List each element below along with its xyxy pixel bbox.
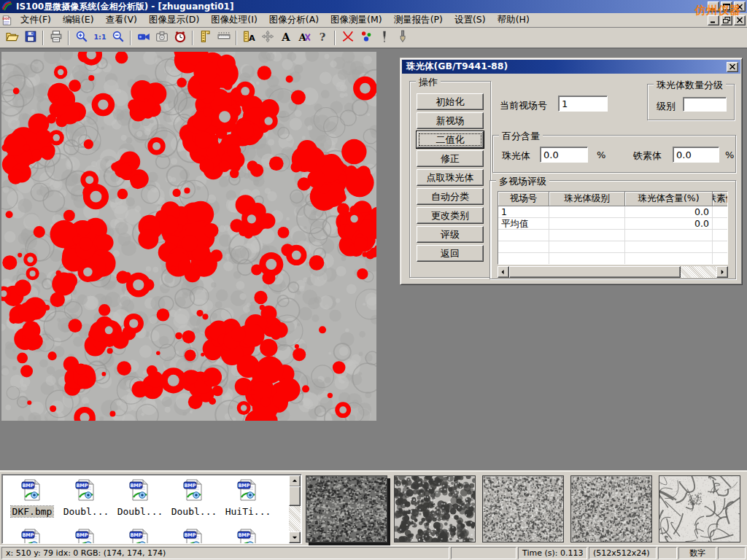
file-item[interactable]: BMP <box>113 528 167 544</box>
file-item[interactable]: BMP <box>5 528 59 544</box>
menu-item-7[interactable]: 图像测量(M) <box>325 12 388 28</box>
close-button[interactable] <box>734 1 746 12</box>
toolbar-camera-button[interactable] <box>152 29 171 47</box>
operation-button-1[interactable]: 初始化 <box>417 93 484 110</box>
file-item[interactable]: BMPDoubl... <box>167 478 221 517</box>
table-hscrollbar <box>498 266 728 278</box>
table-column-header[interactable]: 珠光体级别 <box>549 192 625 206</box>
file-item[interactable]: BMPDoubl... <box>59 478 113 517</box>
operation-button-5[interactable]: 点取珠光体 <box>417 169 484 186</box>
toolbar-ruler-button[interactable] <box>214 29 233 47</box>
toolbar-brush-button[interactable] <box>393 29 411 47</box>
menu-item-2[interactable]: 编辑(E) <box>57 12 100 28</box>
toolbar-video-camera-button[interactable] <box>134 29 152 47</box>
zoom-out-icon <box>112 30 125 45</box>
file-item[interactable]: BMP <box>167 528 221 544</box>
svg-text:BMP: BMP <box>184 483 196 489</box>
scroll-up-button[interactable] <box>289 475 301 487</box>
maximize-button[interactable] <box>721 1 732 12</box>
toolbar-clock-button[interactable] <box>171 29 189 47</box>
status-blank-1 <box>451 547 516 559</box>
operation-buttons: 初始化新视场二值化修正点取珠光体自动分类更改类别评级返回 <box>417 93 484 262</box>
minimize-button[interactable] <box>708 1 719 12</box>
operation-button-7[interactable]: 更改类别 <box>417 207 484 224</box>
hscroll-thumb[interactable] <box>509 266 681 278</box>
menu-item-10[interactable]: 帮助(H) <box>492 12 535 28</box>
vscroll-thumb[interactable] <box>289 486 301 506</box>
operation-button-6[interactable]: 自动分类 <box>417 188 484 205</box>
menu-item-6[interactable]: 图像分析(A) <box>263 12 325 28</box>
child-restore-button[interactable] <box>721 15 732 26</box>
open-folder-icon <box>6 30 19 45</box>
scroll-down-button[interactable] <box>289 532 301 543</box>
table-column-header[interactable]: 珠光体含量(%) <box>625 192 713 206</box>
scroll-left-button[interactable] <box>498 266 509 278</box>
file-items: BMPDKF.bmpBMPDoubl...BMPDoubl...BMPDoubl… <box>5 478 275 517</box>
toolbar-caliper-button[interactable] <box>196 29 214 47</box>
toolbar-move-tool-button[interactable] <box>258 29 276 47</box>
toolbar-save-button[interactable] <box>21 29 39 47</box>
table-row[interactable] <box>498 241 728 253</box>
operation-button-8[interactable]: 评级 <box>417 226 484 243</box>
scroll-right-button[interactable] <box>716 266 728 278</box>
operation-button-2[interactable]: 新视场 <box>417 112 484 129</box>
file-item[interactable]: BMP <box>59 528 113 544</box>
metallograph-image[interactable] <box>1 52 376 421</box>
thumbnail-5[interactable] <box>659 475 740 542</box>
menu-item-9[interactable]: 设置(S) <box>449 12 492 28</box>
toolbar-pen-button[interactable] <box>375 29 393 47</box>
thumbnail-4[interactable] <box>570 475 652 542</box>
toolbar-measure-text-button[interactable]: A <box>240 29 258 47</box>
dialog-title-bar[interactable]: 珠光体(GB/T9441-88) <box>402 60 740 74</box>
thumbnail-3[interactable] <box>482 475 564 542</box>
menu-item-5[interactable]: 图像处理(I) <box>205 12 263 28</box>
pearlite-percent-input[interactable] <box>540 147 588 163</box>
zoom-in-icon <box>75 30 88 45</box>
toolbar-separator <box>68 31 69 45</box>
table-row[interactable]: 平均值0.0 <box>498 218 728 230</box>
thumbnail-2[interactable] <box>394 475 476 542</box>
toolbar-curve-tool-button[interactable] <box>338 29 357 47</box>
file-item[interactable]: BMP <box>221 528 275 544</box>
file-item[interactable]: BMPHuiTi... <box>221 478 275 517</box>
svg-text:A: A <box>298 31 306 43</box>
operation-button-3[interactable]: 二值化 <box>417 131 484 148</box>
menu-item-3[interactable]: 查看(V) <box>100 12 143 28</box>
operation-button-9[interactable]: 返回 <box>417 245 484 262</box>
table-row[interactable] <box>498 230 728 241</box>
document-icon[interactable]: DOC <box>1 15 15 26</box>
menu-item-8[interactable]: 测量报告(P) <box>388 12 449 28</box>
toolbar-zoom-in-button[interactable] <box>72 29 90 47</box>
svg-text:BMP: BMP <box>76 532 88 538</box>
table-column-header[interactable]: 视场号 <box>498 192 549 206</box>
file-item-label: Doubl... <box>170 506 219 517</box>
toolbar-zoom-out-button[interactable] <box>109 29 127 47</box>
ferrite-percent-input[interactable] <box>673 147 719 163</box>
toolbar-actual-size-button[interactable]: 1:1 <box>90 29 109 47</box>
child-minimize-button[interactable] <box>708 15 719 26</box>
table-row[interactable] <box>498 253 728 265</box>
hscroll-track[interactable] <box>681 266 716 278</box>
menu-item-1[interactable]: 文件(F) <box>15 12 57 28</box>
file-item[interactable]: BMPDoubl... <box>113 478 167 517</box>
thumbnail-1[interactable] <box>306 475 387 542</box>
svg-text:DOC: DOC <box>2 17 9 20</box>
toolbar-open-folder-button[interactable] <box>3 29 21 47</box>
toolbar-help-button[interactable]: ? <box>313 29 331 47</box>
table-row[interactable]: 10.0 <box>498 206 728 218</box>
toolbar-text-button[interactable]: A <box>276 29 295 47</box>
table-column-header[interactable]: 铁素体含量(%) <box>713 192 728 206</box>
window-title: IS100显微摄像系统(金相分析版) - [zhuguangti01] <box>16 1 233 13</box>
pearlite-dialog: 珠光体(GB/T9441-88) 操作 初始化新视场二值化修正点取珠光体自动分类… <box>400 58 743 285</box>
toolbar-print-button[interactable] <box>47 29 65 47</box>
operation-button-4[interactable]: 修正 <box>417 150 484 167</box>
child-close-button[interactable] <box>734 15 746 26</box>
current-field-input[interactable] <box>558 96 608 112</box>
grade-input[interactable] <box>683 97 727 112</box>
file-item[interactable]: BMPDKF.bmp <box>5 478 59 517</box>
menu-item-4[interactable]: 图像显示(D) <box>143 12 205 28</box>
toolbar-text-style-button[interactable]: A <box>295 29 313 47</box>
toolbar-particles-button[interactable] <box>357 29 375 47</box>
dialog-close-button[interactable] <box>727 62 738 72</box>
percent-group-title: 百分含量 <box>499 130 543 143</box>
